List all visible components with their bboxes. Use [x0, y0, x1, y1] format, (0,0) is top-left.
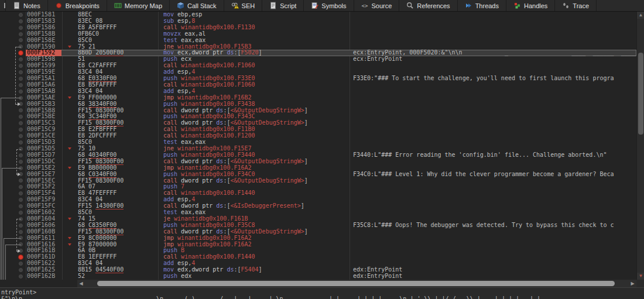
breakpoint-dot[interactable] [19, 13, 23, 17]
disasm-row-000F15B8[interactable]: 000F15B8FF15 08300F00call dword ptr ds:[… [0, 108, 636, 114]
disasm-row-000F15BE[interactable]: 000F15BE68 3C340F00push winantidbg0x100.… [0, 114, 636, 120]
breakpoint-dot[interactable] [19, 38, 23, 42]
disasm-row-000F15AB[interactable]: 000F15AB83C4 04add esp,4 [0, 88, 636, 95]
tab-threads[interactable]: Threads [458, 0, 506, 11]
disasm-row-000F15D7[interactable]: 000F15D768 40340F00push winantidbg0x100.… [0, 152, 636, 159]
tab-breakpoints[interactable]: Breakpoints [48, 0, 107, 11]
instruction-cell: jmp winantidbg0x100.F16A2 [163, 242, 348, 248]
breakpoint-dot[interactable] [19, 90, 23, 94]
breakpoint-dot[interactable] [19, 204, 23, 208]
disasm-row-000F1602[interactable]: 000F160285C0test eax,eax [0, 209, 636, 216]
breakpoint-dot[interactable] [19, 128, 23, 132]
disasm-row-000F15C3[interactable]: 000F15C3FF15 08300F00call dword ptr ds:[… [0, 120, 636, 126]
disasm-row-000F1606[interactable]: 000F160668 C8350F00push winantidbg0x100.… [0, 222, 636, 229]
tab-script[interactable]: Script [262, 0, 304, 11]
instruction-cell: jmp winantidbg0x100.F16A2 [163, 165, 348, 171]
disasm-row-000F15B3[interactable]: 000F15B368 38340F00push winantidbg0x100.… [0, 101, 636, 108]
disasm-row-000F15A1[interactable]: 000F15A168 E0330F00push winantidbg0x100.… [0, 75, 636, 82]
disasm-row-000F15AE[interactable]: 000F15AEE9 FF000000jmp winantidbg0x100.F… [0, 95, 636, 101]
bytes-cell: 74 15 [78, 216, 156, 222]
disasm-row-000F15D3[interactable]: 000F15D385C0test eax,eax [0, 139, 636, 146]
disasm-row-000F1611[interactable]: 000F1611E9 8C000000jmp winantidbg0x100.F… [0, 235, 636, 242]
tab-symbols[interactable]: Symbols [304, 0, 354, 11]
breakpoint-dot[interactable] [19, 77, 23, 81]
breakpoint-dot[interactable] [19, 178, 23, 183]
hscroll-right-arrow[interactable]: ▶ [629, 280, 636, 287]
disasm-row-000F162B[interactable]: 000F162B52push edxedx:EntryPoint [0, 273, 636, 280]
hscroll-thumb[interactable] [97, 281, 615, 286]
vscroll-down-arrow[interactable]: ▼ [637, 273, 644, 280]
breakpoint-dot[interactable] [19, 64, 23, 68]
tab-source[interactable]: <>Source [354, 0, 400, 11]
instruction-cell: jne winantidbg0x100.F15B3 [163, 44, 348, 50]
hscroll-left-arrow[interactable]: ◀ [77, 280, 85, 287]
tab-memory-map[interactable]: Memory Map [107, 0, 170, 11]
disasm-row-000F158E[interactable]: 000F158E85C0test eax,eax [0, 37, 636, 44]
disasm-row-000F15EC[interactable]: 000F15ECFF15 08300F00call dword ptr ds:[… [0, 178, 636, 184]
disasm-row-000F161D[interactable]: 000F161DE8 1EFEFFFFcall winantidbg0x100.… [0, 254, 636, 260]
breakpoint-dot[interactable] [18, 50, 23, 56]
disasm-row-000F1590[interactable]: 000F159075 21jne winantidbg0x100.F15B3 [0, 44, 636, 50]
breakpoint-dot[interactable] [19, 211, 23, 215]
breakpoint-dot[interactable] [19, 121, 23, 125]
tab-handles[interactable]: Handles [506, 0, 555, 11]
disasm-row-000F1592[interactable]: 000F15928B0D 20500F00mov ecx,dword ptr d… [0, 50, 636, 56]
disasm-row-000F15CE[interactable]: 000F15CEE8 2DFCFFFFcall winantidbg0x100.… [0, 133, 636, 139]
disasm-row-000F161B[interactable]: 000F161B6A 0Bpush B [0, 248, 636, 254]
disasm-row-000F1616[interactable]: 000F1616E9 87000000jmp winantidbg0x100.F… [0, 242, 636, 248]
breakpoint-dot[interactable] [19, 268, 23, 272]
tab-references[interactable]: References [399, 0, 457, 11]
disasm-row-000F1625[interactable]: 000F16258B15 04540F00mov edx,dword ptr d… [0, 267, 636, 273]
disasm-row-000F15F2[interactable]: 000F15F26A 07push 7 [0, 184, 636, 190]
breakpoint-dot[interactable] [19, 185, 23, 189]
disasm-row-000F158B[interactable]: 000F158B0FB6C0movzx eax,al [0, 31, 636, 37]
breakpoint-dot[interactable] [19, 26, 23, 30]
breakpoint-dot[interactable] [19, 274, 23, 279]
breakpoint-dot[interactable] [19, 70, 23, 74]
breakpoint-dot[interactable] [19, 262, 23, 266]
disasm-row-000F15FC[interactable]: 000F15FCFF15 14300F00call dword ptr ds:[… [0, 203, 636, 209]
disasm-row-000F15E7[interactable]: 000F15E768 C0340F00push winantidbg0x100.… [0, 171, 636, 178]
disasm-row-000F15F9[interactable]: 000F15F983C4 04add esp,4 [0, 197, 636, 203]
tab-cut-left[interactable] [0, 0, 6, 11]
horizontal-scrollbar[interactable]: ◀ ▶ [77, 280, 636, 287]
disasm-row-000F1622[interactable]: 000F162283C4 04add esp,4 [0, 260, 636, 267]
tab-seh[interactable]: SEH [224, 0, 263, 11]
disasm-row-000F15E2[interactable]: 000F15E2E9 BB000000jmp winantidbg0x100.F… [0, 165, 636, 171]
vscroll-up-arrow[interactable]: ▲ [637, 12, 644, 19]
disasm-row-000F1604[interactable]: 000F160474 15je winantidbg0x100.F161B [0, 216, 636, 222]
disasm-row-000F15D5[interactable]: 000F15D575 10jne winantidbg0x100.F15E7 [0, 146, 636, 152]
breakpoint-dot[interactable] [19, 115, 23, 119]
breakpoint-dot[interactable] [19, 57, 23, 61]
disasm-row-000F15F4[interactable]: 000F15F4E8 47FEFFFFcall winantidbg0x100.… [0, 190, 636, 197]
breakpoint-dot[interactable] [19, 19, 23, 23]
breakpoint-dot[interactable] [19, 191, 23, 195]
disasm-row-000F159E[interactable]: 000F159E83C4 04add esp,4 [0, 69, 636, 75]
breakpoint-dot[interactable] [19, 140, 23, 145]
disasm-row-000F1598[interactable]: 000F159851push ecxecx:EntryPoint [0, 56, 636, 63]
breakpoint-dot[interactable] [19, 153, 23, 157]
breakpoint-dot[interactable] [19, 230, 23, 234]
tab-trace[interactable]: Trace [555, 0, 597, 11]
disasm-row-000F1583[interactable]: 000F158383EC 08sub esp,8 [0, 18, 636, 25]
breakpoint-dot[interactable] [19, 134, 23, 138]
disassembly-listing[interactable]: 000F15818BECmov ebp,esp000F158383EC 08su… [0, 12, 636, 280]
breakpoint-dot[interactable] [19, 32, 23, 36]
breakpoint-dot[interactable] [18, 255, 23, 260]
disasm-row-000F1581[interactable]: 000F15818BECmov ebp,esp [0, 12, 636, 18]
breakpoint-dot[interactable] [19, 108, 23, 112]
tab-notes[interactable]: Notes [6, 0, 48, 11]
disasm-row-000F15A6[interactable]: 000F15A6E8 B5FAFFFFcall winantidbg0x100.… [0, 82, 636, 88]
tab-call-stack[interactable]: Call Stack [170, 0, 224, 11]
disasm-row-000F160B[interactable]: 000F160BFF15 08300F00call dword ptr ds:[… [0, 229, 636, 235]
vertical-scrollbar[interactable]: ▲ ▼ [636, 12, 644, 280]
disasm-row-000F15C9[interactable]: 000F15C9E8 E2FBFFFFcall winantidbg0x100.… [0, 126, 636, 133]
disasm-row-000F1586[interactable]: 000F1586E8 A5FBFFFFcall winantidbg0x100.… [0, 25, 636, 31]
disasm-row-000F15DC[interactable]: 000F15DCFF15 08300F00call dword ptr ds:[… [0, 159, 636, 165]
disasm-row-000F1599[interactable]: 000F1599E8 C2FAFFFFcall winantidbg0x100.… [0, 63, 636, 69]
breakpoint-dot[interactable] [19, 224, 23, 228]
breakpoint-dot[interactable] [19, 83, 23, 87]
breakpoint-dot[interactable] [19, 160, 23, 164]
breakpoint-dot[interactable] [19, 198, 23, 202]
vscroll-thumb[interactable] [638, 53, 643, 135]
